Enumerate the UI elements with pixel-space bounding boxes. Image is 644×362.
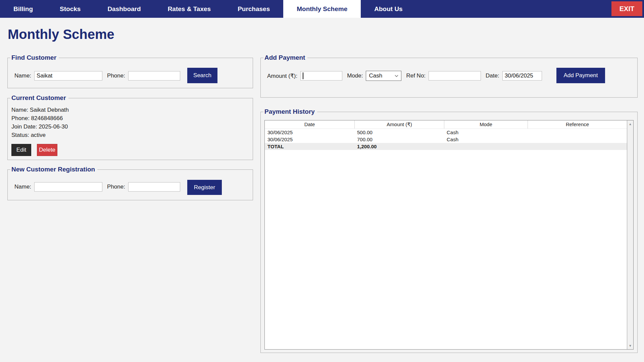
customer-phone-line: Phone: 8246848666 (11, 114, 69, 122)
register-name-input[interactable] (34, 182, 102, 192)
table-content: Date Amount (₹) Mode Reference 30/06/202… (265, 120, 627, 349)
amount-input[interactable] (300, 71, 342, 81)
register-button[interactable]: Register (187, 180, 222, 195)
find-customer-row: Name: Phone: (14, 71, 180, 81)
table-row[interactable]: 30/06/2025 500.00 Cash (265, 129, 627, 136)
find-customer-title: Find Customer (10, 53, 59, 62)
amount-field-wrap (300, 71, 342, 81)
column-header-amount[interactable]: Amount (₹) (354, 120, 444, 128)
navbar: Billing Stocks Dashboard Rates & Taxes P… (0, 0, 644, 18)
total-amount: 1,200.00 (354, 143, 444, 150)
scroll-down-icon[interactable]: ▼ (627, 344, 633, 348)
cell-date: 30/06/2025 (265, 136, 354, 143)
scroll-up-icon[interactable]: ▲ (627, 122, 633, 126)
cell-reference (528, 136, 627, 143)
current-customer-info: Name: Saikat Debnath Phone: 8246848666 J… (11, 106, 69, 139)
current-customer-title: Current Customer (10, 94, 68, 102)
payment-history-section: Payment History Date Amount (₹) Mode Ref… (260, 112, 638, 353)
register-name-label: Name: (14, 184, 31, 190)
add-payment-button[interactable]: Add Payment (556, 68, 605, 83)
register-phone-label: Phone: (107, 184, 125, 190)
new-customer-row: Name: Phone: (14, 182, 180, 192)
page-title: Monthly Scheme (8, 27, 114, 42)
total-label: TOTAL (265, 143, 354, 150)
tab-purchases[interactable]: Purchases (224, 0, 283, 18)
cell-mode: Cash (444, 129, 528, 136)
cell-mode: Cash (444, 136, 528, 143)
chevron-down-icon (395, 75, 398, 77)
amount-label: Amount (₹): (267, 72, 297, 80)
tab-stocks[interactable]: Stocks (46, 0, 94, 18)
mode-select[interactable]: Cash (366, 71, 401, 81)
cell-date: 30/06/2025 (265, 129, 354, 136)
column-header-mode[interactable]: Mode (444, 120, 528, 128)
edit-button[interactable]: Edit (11, 144, 31, 156)
tab-dashboard[interactable]: Dashboard (94, 0, 154, 18)
search-button[interactable]: Search (187, 68, 217, 83)
cell-amount: 700.00 (354, 136, 444, 143)
add-payment-title: Add Payment (263, 53, 307, 62)
ref-no-input[interactable] (429, 71, 481, 81)
tab-about-us[interactable]: About Us (361, 0, 416, 18)
customer-join-line: Join Date: 2025-06-30 (11, 122, 69, 131)
column-header-date[interactable]: Date (265, 120, 354, 128)
cell-amount: 500.00 (354, 129, 444, 136)
app-window: Billing Stocks Dashboard Rates & Taxes P… (0, 0, 644, 362)
tab-billing[interactable]: Billing (0, 0, 46, 18)
add-payment-row: Amount (₹): Mode: Cash Ref No: Date: (267, 71, 542, 81)
total-reference-empty (528, 143, 627, 150)
delete-button[interactable]: Delete (37, 144, 57, 156)
date-label: Date: (486, 72, 499, 79)
table-total-row[interactable]: TOTAL 1,200.00 (265, 143, 627, 150)
customer-status-line: Status: active (11, 131, 69, 139)
new-customer-title: New Customer Registration (10, 165, 97, 174)
cell-reference (528, 129, 627, 136)
table-row[interactable]: 30/06/2025 700.00 Cash (265, 136, 627, 143)
find-name-label: Name: (14, 72, 31, 79)
ref-no-label: Ref No: (406, 72, 426, 79)
find-customer-section: Find Customer Name: Phone: Search (7, 58, 253, 88)
tab-rates-taxes[interactable]: Rates & Taxes (154, 0, 225, 18)
find-name-input[interactable] (34, 71, 102, 81)
mode-selected-value: Cash (369, 72, 382, 79)
column-header-reference[interactable]: Reference (528, 120, 627, 128)
find-phone-input[interactable] (128, 71, 180, 81)
current-customer-section: Current Customer Name: Saikat Debnath Ph… (7, 98, 253, 160)
find-phone-label: Phone: (107, 72, 125, 79)
current-customer-actions: Edit Delete (11, 144, 57, 156)
exit-button[interactable]: EXIT (611, 1, 642, 16)
mode-label: Mode: (347, 72, 363, 79)
payment-history-table: Date Amount (₹) Mode Reference 30/06/202… (264, 120, 634, 350)
add-payment-section: Add Payment Amount (₹): Mode: Cash Ref N… (260, 58, 638, 98)
tab-monthly-scheme[interactable]: Monthly Scheme (283, 0, 361, 18)
register-phone-input[interactable] (128, 182, 180, 192)
vertical-scrollbar[interactable]: ▲ ▼ (627, 120, 633, 349)
total-mode-empty (444, 143, 528, 150)
customer-name-line: Name: Saikat Debnath (11, 106, 69, 114)
date-input[interactable] (502, 71, 542, 81)
new-customer-section: New Customer Registration Name: Phone: R… (7, 169, 253, 200)
text-caret (303, 72, 303, 79)
payment-history-title: Payment History (263, 107, 317, 116)
table-header-row: Date Amount (₹) Mode Reference (265, 120, 627, 129)
